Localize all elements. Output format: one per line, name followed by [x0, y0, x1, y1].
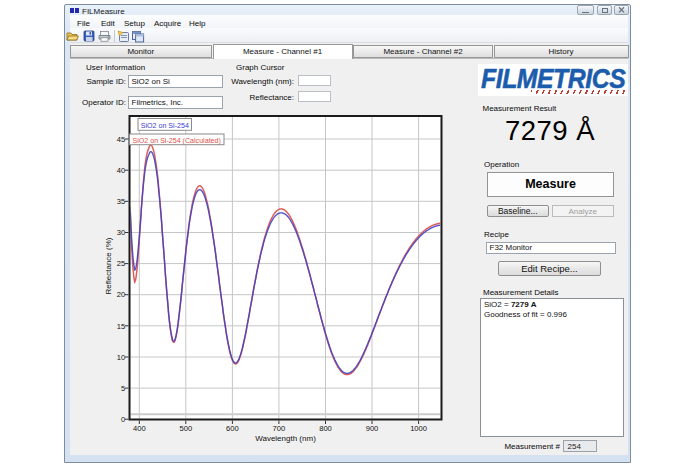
- svg-text:500: 500: [179, 424, 192, 433]
- svg-text:5: 5: [121, 384, 125, 393]
- svg-text:15: 15: [117, 322, 125, 331]
- svg-text:45: 45: [117, 135, 125, 144]
- svg-text:600: 600: [226, 424, 239, 433]
- svg-text:30: 30: [117, 228, 125, 237]
- svg-text:40: 40: [117, 166, 125, 175]
- svg-text:0: 0: [121, 415, 125, 424]
- svg-text:Wavelength (nm): Wavelength (nm): [255, 434, 316, 443]
- svg-text:1000: 1000: [410, 424, 427, 433]
- svg-text:20: 20: [117, 290, 125, 299]
- svg-text:SiO2 on Si-254 (Calculated): SiO2 on Si-254 (Calculated): [133, 137, 221, 145]
- svg-text:SiO2 on Si-254: SiO2 on Si-254: [141, 122, 189, 130]
- svg-text:700: 700: [273, 424, 286, 433]
- svg-text:Reflectance (%): Reflectance (%): [104, 237, 113, 294]
- svg-text:900: 900: [366, 424, 379, 433]
- svg-text:400: 400: [133, 424, 146, 433]
- svg-text:35: 35: [117, 197, 125, 206]
- svg-text:25: 25: [117, 259, 125, 268]
- svg-text:800: 800: [319, 424, 332, 433]
- svg-text:10: 10: [117, 353, 125, 362]
